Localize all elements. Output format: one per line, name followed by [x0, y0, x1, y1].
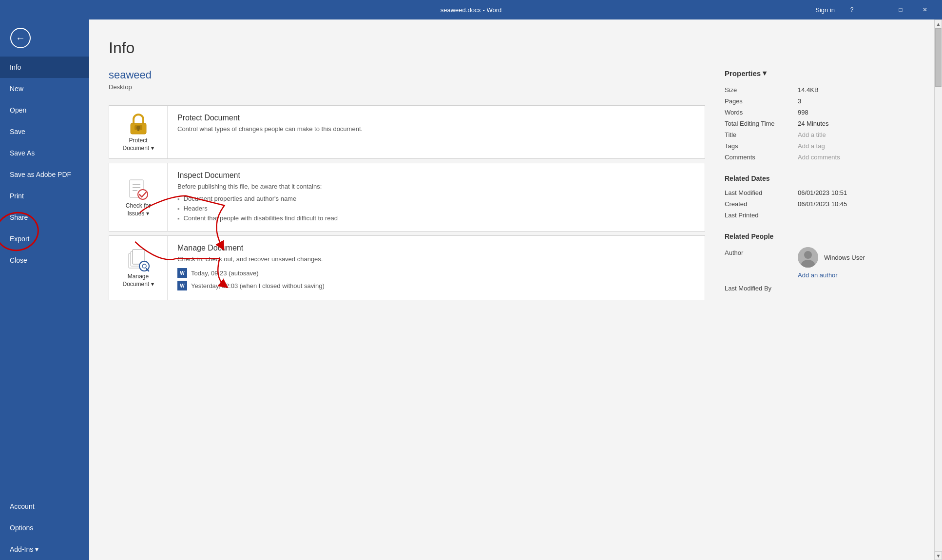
content-area: Info seaweed Desktop — [89, 19, 934, 560]
autosave-item-1: W Today, 09:23 (autosave) — [177, 267, 695, 279]
sidebar-bottom: Account Options Add-Ins ▾ — [0, 496, 89, 560]
protect-icon — [126, 112, 151, 137]
prop-tags-label: Tags — [725, 140, 798, 152]
word-icon-1: W — [177, 268, 187, 278]
date-created-label: Created — [725, 198, 798, 210]
prop-editing-time-value: 24 Minutes — [798, 118, 910, 129]
scrollbar-up-button[interactable]: ▲ — [935, 19, 942, 28]
svg-rect-3 — [137, 129, 139, 131]
sidebar-item-export[interactable]: Export — [0, 228, 89, 250]
document-location: Desktop — [109, 83, 705, 91]
related-people-section: Related People Author — [725, 232, 910, 294]
inspect-list-item-3: Content that people with disabilities fi… — [177, 213, 695, 223]
prop-size-label: Size — [725, 84, 798, 96]
sidebar-item-save-as[interactable]: Save As — [0, 142, 89, 164]
prop-title: Title Add a title — [725, 129, 910, 140]
content-inner: seaweed Desktop ProtectDocument ▾ — [109, 69, 910, 306]
scrollbar-thumb[interactable] — [935, 28, 942, 87]
content-left: seaweed Desktop ProtectDocument ▾ — [109, 69, 705, 306]
prop-pages: Pages 3 — [725, 96, 910, 107]
protect-document-card: ProtectDocument ▾ Protect Document Contr… — [109, 105, 705, 159]
properties-table: Size 14.4KB Pages 3 Words 998 Total Ed — [725, 84, 910, 163]
sidebar-item-print[interactable]: Print — [0, 185, 89, 207]
manage-document-button[interactable]: ManageDocument ▾ — [109, 236, 168, 300]
related-people-title: Related People — [725, 232, 910, 240]
app-body: ← Info New Open Save Save As Save as Ado… — [0, 19, 942, 560]
prop-pages-label: Pages — [725, 96, 798, 107]
prop-tags-value[interactable]: Add a tag — [798, 140, 910, 152]
avatar-icon — [798, 247, 818, 268]
prop-size-value: 14.4KB — [798, 84, 910, 96]
manage-document-card: ManageDocument ▾ Manage Document Check i… — [109, 235, 705, 300]
add-author-button[interactable]: Add an author — [798, 271, 910, 279]
date-last-printed-label: Last Printed — [725, 210, 798, 221]
sidebar-item-share[interactable]: Share — [0, 207, 89, 228]
protect-document-title: Protect Document — [177, 114, 695, 122]
scrollbar-track[interactable] — [935, 28, 942, 551]
prop-size: Size 14.4KB — [725, 84, 910, 96]
check-issues-icon — [126, 177, 151, 202]
prop-comments-value[interactable]: Add comments — [798, 152, 910, 163]
autosave-text-1: Today, 09:23 (autosave) — [191, 270, 259, 277]
related-dates-section: Related Dates Last Modified 06/01/2023 1… — [725, 174, 910, 221]
last-modified-by-row: Last Modified By — [725, 281, 910, 294]
protect-document-button[interactable]: ProtectDocument ▾ — [109, 106, 168, 158]
add-ins-dropdown-icon: ▾ — [35, 545, 38, 553]
sidebar-item-close[interactable]: Close — [0, 250, 89, 271]
maximize-button[interactable]: □ — [889, 0, 912, 19]
sidebar-item-info[interactable]: Info — [0, 57, 89, 78]
protect-document-desc: Control what types of changes people can… — [177, 125, 695, 133]
sidebar-item-save-as-pdf[interactable]: Save as Adobe PDF — [0, 164, 89, 185]
back-button[interactable]: ← — [6, 23, 35, 53]
prop-pages-value: 3 — [798, 96, 910, 107]
page-title: Info — [109, 39, 910, 57]
manage-document-label: ManageDocument ▾ — [122, 273, 154, 288]
title-bar: seaweed.docx - Word Sign in ? — □ ✕ — [0, 0, 942, 19]
close-button[interactable]: ✕ — [914, 0, 936, 19]
author-name: Windows User — [824, 254, 865, 261]
check-for-issues-label: Check forIssues ▾ — [126, 202, 151, 217]
prop-comments: Comments Add comments — [725, 152, 910, 163]
document-name: seaweed — [109, 69, 705, 81]
date-last-modified-value: 06/01/2023 10:51 — [798, 187, 910, 198]
autosave-text-2: Yesterday, 22:03 (when I closed without … — [191, 282, 325, 290]
prop-title-label: Title — [725, 129, 798, 140]
scrollbar-down-button[interactable]: ▼ — [935, 551, 942, 560]
svg-point-16 — [804, 251, 812, 259]
help-button[interactable]: ? — [841, 0, 863, 19]
prop-editing-time: Total Editing Time 24 Minutes — [725, 118, 910, 129]
sidebar-item-account[interactable]: Account — [0, 496, 89, 517]
author-label: Author — [725, 245, 798, 281]
sidebar-item-new[interactable]: New — [0, 78, 89, 99]
sign-in-button[interactable]: Sign in — [811, 4, 839, 16]
inspect-document-desc: Before publishing this file, be aware th… — [177, 183, 695, 190]
sidebar-item-open[interactable]: Open — [0, 99, 89, 121]
properties-panel: Properties ▾ Size 14.4KB Pages 3 — [705, 69, 910, 306]
prop-tags: Tags Add a tag — [725, 140, 910, 152]
properties-dropdown-icon[interactable]: ▾ — [763, 69, 767, 77]
scrollbar: ▲ ▼ — [934, 19, 942, 560]
manage-document-title: Manage Document — [177, 244, 695, 252]
prop-editing-time-label: Total Editing Time — [725, 118, 798, 129]
prop-title-value[interactable]: Add a title — [798, 129, 910, 140]
minimize-button[interactable]: — — [865, 0, 887, 19]
autosave-item-2: W Yesterday, 22:03 (when I closed withou… — [177, 279, 695, 292]
inspect-list-item-2: Headers — [177, 204, 695, 213]
date-last-printed: Last Printed — [725, 210, 910, 221]
inspect-document-title: Inspect Document — [177, 171, 695, 180]
related-dates-title: Related Dates — [725, 174, 910, 182]
date-created: Created 06/01/2023 10:45 — [725, 198, 910, 210]
date-last-printed-value — [798, 210, 910, 221]
date-last-modified-label: Last Modified — [725, 187, 798, 198]
sidebar-item-options[interactable]: Options — [0, 517, 89, 539]
inspect-document-card: Check forIssues ▾ Inspect Document Befor… — [109, 163, 705, 232]
related-dates-table: Last Modified 06/01/2023 10:51 Created 0… — [725, 187, 910, 221]
author-avatar — [798, 247, 818, 268]
properties-title: Properties ▾ — [725, 69, 910, 77]
sidebar-item-save[interactable]: Save — [0, 121, 89, 142]
protect-document-label: ProtectDocument ▾ — [122, 137, 154, 152]
sidebar-item-add-ins[interactable]: Add-Ins ▾ — [0, 539, 89, 560]
check-for-issues-button[interactable]: Check forIssues ▾ — [109, 163, 168, 231]
manage-document-desc: Check in, check out, and recover unsaved… — [177, 255, 695, 263]
sidebar: ← Info New Open Save Save As Save as Ado… — [0, 19, 89, 560]
